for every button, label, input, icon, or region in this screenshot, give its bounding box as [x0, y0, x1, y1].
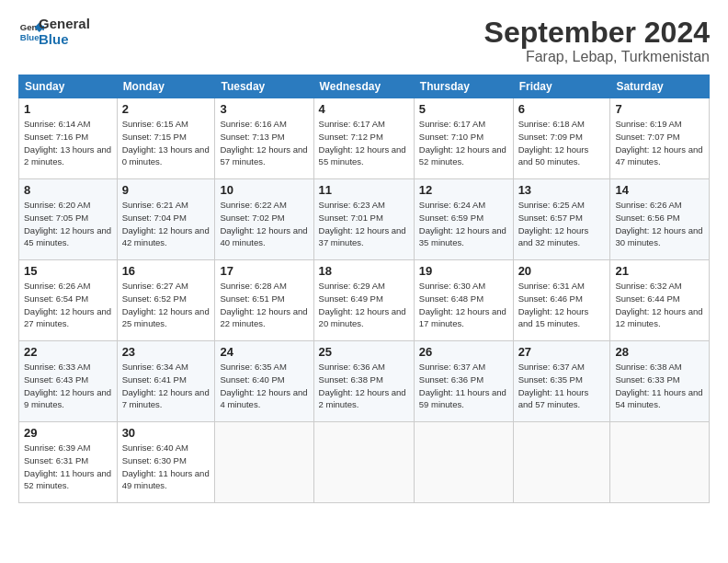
- day-info: Sunrise: 6:36 AMSunset: 6:38 PMDaylight:…: [319, 362, 406, 409]
- day-number: 24: [220, 345, 308, 359]
- location-title: Farap, Lebap, Turkmenistan: [484, 49, 710, 65]
- day-info: Sunrise: 6:14 AMSunset: 7:16 PMDaylight:…: [24, 119, 111, 167]
- day-info: Sunrise: 6:26 AMSunset: 6:56 PMDaylight:…: [615, 200, 702, 247]
- col-friday: Friday: [513, 75, 610, 98]
- table-row: [215, 422, 313, 503]
- table-row: 3Sunrise: 6:16 AMSunset: 7:13 PMDaylight…: [215, 98, 313, 179]
- table-row: [610, 422, 710, 503]
- calendar-table: Sunday Monday Tuesday Wednesday Thursday…: [18, 75, 710, 503]
- day-info: Sunrise: 6:37 AMSunset: 6:36 PMDaylight:…: [419, 362, 506, 409]
- day-number: 9: [122, 183, 210, 197]
- table-row: [414, 422, 513, 503]
- table-row: 15Sunrise: 6:26 AMSunset: 6:54 PMDayligh…: [19, 260, 118, 341]
- table-row: 26Sunrise: 6:37 AMSunset: 6:36 PMDayligh…: [414, 341, 513, 422]
- day-number: 10: [220, 183, 308, 197]
- logo-line2: Blue: [39, 32, 90, 48]
- table-row: 27Sunrise: 6:37 AMSunset: 6:35 PMDayligh…: [513, 341, 610, 422]
- col-monday: Monday: [117, 75, 215, 98]
- day-info: Sunrise: 6:38 AMSunset: 6:33 PMDaylight:…: [615, 362, 702, 409]
- day-info: Sunrise: 6:28 AMSunset: 6:51 PMDaylight:…: [220, 281, 307, 328]
- table-row: 30Sunrise: 6:40 AMSunset: 6:30 PMDayligh…: [117, 422, 215, 503]
- day-info: Sunrise: 6:33 AMSunset: 6:43 PMDaylight:…: [24, 362, 111, 409]
- day-number: 30: [122, 426, 210, 440]
- table-row: 13Sunrise: 6:25 AMSunset: 6:57 PMDayligh…: [513, 179, 610, 260]
- calendar-week-2: 8Sunrise: 6:20 AMSunset: 7:05 PMDaylight…: [19, 179, 710, 260]
- table-row: 19Sunrise: 6:30 AMSunset: 6:48 PMDayligh…: [414, 260, 513, 341]
- day-info: Sunrise: 6:20 AMSunset: 7:05 PMDaylight:…: [24, 200, 111, 247]
- table-row: 17Sunrise: 6:28 AMSunset: 6:51 PMDayligh…: [215, 260, 313, 341]
- day-number: 8: [24, 183, 112, 197]
- table-row: 25Sunrise: 6:36 AMSunset: 6:38 PMDayligh…: [313, 341, 414, 422]
- day-number: 4: [319, 102, 409, 116]
- day-number: 23: [122, 345, 210, 359]
- day-info: Sunrise: 6:16 AMSunset: 7:13 PMDaylight:…: [220, 119, 307, 167]
- col-saturday: Saturday: [610, 75, 710, 98]
- day-info: Sunrise: 6:23 AMSunset: 7:01 PMDaylight:…: [319, 200, 406, 247]
- day-info: Sunrise: 6:40 AMSunset: 6:30 PMDaylight:…: [122, 442, 210, 490]
- table-row: 1Sunrise: 6:14 AMSunset: 7:16 PMDaylight…: [19, 98, 118, 179]
- day-info: Sunrise: 6:32 AMSunset: 6:44 PMDaylight:…: [615, 281, 702, 328]
- day-number: 3: [220, 102, 308, 116]
- day-number: 2: [122, 102, 210, 116]
- day-number: 17: [220, 264, 308, 278]
- table-row: 11Sunrise: 6:23 AMSunset: 7:01 PMDayligh…: [313, 179, 414, 260]
- calendar-week-1: 1Sunrise: 6:14 AMSunset: 7:16 PMDaylight…: [19, 98, 710, 179]
- col-tuesday: Tuesday: [215, 75, 313, 98]
- day-number: 5: [419, 102, 508, 116]
- day-info: Sunrise: 6:17 AMSunset: 7:12 PMDaylight:…: [319, 119, 406, 167]
- day-number: 11: [319, 183, 409, 197]
- svg-text:Blue: Blue: [20, 31, 40, 41]
- day-number: 16: [122, 264, 210, 278]
- table-row: 28Sunrise: 6:38 AMSunset: 6:33 PMDayligh…: [610, 341, 710, 422]
- day-info: Sunrise: 6:22 AMSunset: 7:02 PMDaylight:…: [220, 200, 307, 247]
- day-number: 29: [24, 426, 112, 440]
- table-row: 8Sunrise: 6:20 AMSunset: 7:05 PMDaylight…: [19, 179, 118, 260]
- day-number: 22: [24, 345, 112, 359]
- day-info: Sunrise: 6:19 AMSunset: 7:07 PMDaylight:…: [615, 119, 702, 167]
- table-row: 12Sunrise: 6:24 AMSunset: 6:59 PMDayligh…: [414, 179, 513, 260]
- day-number: 13: [518, 183, 606, 197]
- table-row: 22Sunrise: 6:33 AMSunset: 6:43 PMDayligh…: [19, 341, 118, 422]
- month-title: September 2024: [484, 17, 710, 49]
- day-info: Sunrise: 6:27 AMSunset: 6:52 PMDaylight:…: [122, 281, 210, 328]
- day-info: Sunrise: 6:17 AMSunset: 7:10 PMDaylight:…: [419, 119, 506, 167]
- col-sunday: Sunday: [19, 75, 118, 98]
- table-row: 29Sunrise: 6:39 AMSunset: 6:31 PMDayligh…: [19, 422, 118, 503]
- table-row: 10Sunrise: 6:22 AMSunset: 7:02 PMDayligh…: [215, 179, 313, 260]
- day-number: 25: [319, 345, 409, 359]
- day-info: Sunrise: 6:31 AMSunset: 6:46 PMDaylight:…: [518, 281, 589, 328]
- table-row: 7Sunrise: 6:19 AMSunset: 7:07 PMDaylight…: [610, 98, 710, 179]
- table-row: [513, 422, 610, 503]
- title-area: September 2024 Farap, Lebap, Turkmenista…: [484, 17, 710, 65]
- table-row: 18Sunrise: 6:29 AMSunset: 6:49 PMDayligh…: [313, 260, 414, 341]
- table-row: 14Sunrise: 6:26 AMSunset: 6:56 PMDayligh…: [610, 179, 710, 260]
- day-info: Sunrise: 6:29 AMSunset: 6:49 PMDaylight:…: [319, 281, 406, 328]
- calendar-week-5: 29Sunrise: 6:39 AMSunset: 6:31 PMDayligh…: [19, 422, 710, 503]
- day-number: 21: [615, 264, 704, 278]
- table-row: [313, 422, 414, 503]
- logo-line1: General: [39, 17, 90, 32]
- day-info: Sunrise: 6:34 AMSunset: 6:41 PMDaylight:…: [122, 362, 210, 409]
- day-info: Sunrise: 6:37 AMSunset: 6:35 PMDaylight:…: [518, 362, 589, 409]
- day-number: 26: [419, 345, 508, 359]
- day-number: 27: [518, 345, 606, 359]
- day-number: 12: [419, 183, 508, 197]
- day-info: Sunrise: 6:35 AMSunset: 6:40 PMDaylight:…: [220, 362, 307, 409]
- day-info: Sunrise: 6:26 AMSunset: 6:54 PMDaylight:…: [24, 281, 111, 328]
- col-thursday: Thursday: [414, 75, 513, 98]
- col-wednesday: Wednesday: [313, 75, 414, 98]
- day-number: 15: [24, 264, 112, 278]
- page: General Blue General Blue September 2024…: [0, 0, 728, 563]
- table-row: 2Sunrise: 6:15 AMSunset: 7:15 PMDaylight…: [117, 98, 215, 179]
- day-number: 14: [615, 183, 704, 197]
- header: General Blue General Blue September 2024…: [18, 17, 710, 65]
- day-number: 1: [24, 102, 112, 116]
- table-row: 21Sunrise: 6:32 AMSunset: 6:44 PMDayligh…: [610, 260, 710, 341]
- day-number: 7: [615, 102, 704, 116]
- day-info: Sunrise: 6:25 AMSunset: 6:57 PMDaylight:…: [518, 200, 589, 247]
- day-number: 28: [615, 345, 704, 359]
- day-info: Sunrise: 6:15 AMSunset: 7:15 PMDaylight:…: [122, 119, 210, 167]
- day-info: Sunrise: 6:21 AMSunset: 7:04 PMDaylight:…: [122, 200, 210, 247]
- table-row: 5Sunrise: 6:17 AMSunset: 7:10 PMDaylight…: [414, 98, 513, 179]
- logo-area: General Blue General Blue: [18, 17, 90, 47]
